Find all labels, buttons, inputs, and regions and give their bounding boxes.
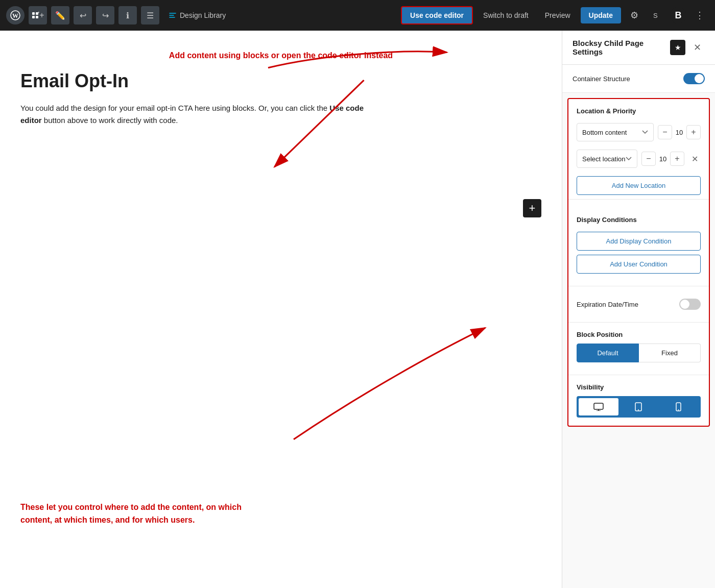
list-view-button[interactable]: ☰ [141, 6, 159, 24]
annotation-top: Add content using blocks or open the cod… [20, 51, 541, 60]
visibility-label: Visibility [577, 383, 701, 391]
visibility-section: Visibility [568, 379, 709, 426]
svg-rect-11 [594, 403, 603, 409]
toolbar: W + + ✏️ ↩ ↪ ℹ ☰ Design Library Use code… [0, 0, 715, 31]
blocksy-icon-button[interactable]: B [670, 7, 686, 23]
bottom-content-row: Bottom content − 10 + [568, 119, 709, 145]
red-bordered-section: Location & Priority Bottom content − 10 … [567, 98, 710, 427]
container-structure-toggle[interactable] [683, 73, 705, 84]
sidebar-bottom-spacer [562, 432, 715, 452]
svg-rect-5 [36, 16, 38, 18]
priority-value-2: 10 [658, 155, 668, 163]
default-position-button[interactable]: Default [577, 344, 639, 362]
priority-minus-1[interactable]: − [658, 125, 672, 139]
visibility-tablet-button[interactable] [618, 398, 658, 415]
select-location-dropdown[interactable]: Select location [577, 150, 637, 168]
undo-button[interactable]: ↩ [74, 6, 92, 24]
main-area: Add content using blocks or open the cod… [0, 31, 715, 588]
svg-point-15 [638, 409, 639, 410]
redo-button[interactable]: ↪ [96, 6, 114, 24]
svg-rect-4 [32, 16, 35, 18]
container-structure-row: Container Structure [562, 65, 715, 93]
svg-text:W: W [12, 12, 18, 19]
container-structure-label: Container Structure [573, 75, 630, 83]
visibility-desktop-button[interactable] [579, 398, 618, 415]
expiration-toggle[interactable] [679, 299, 701, 310]
edit-icon-button[interactable]: ✏️ [51, 6, 69, 24]
switch-to-draft-button[interactable]: Switch to draft [477, 7, 535, 23]
display-conditions-header: Display Conditions [568, 208, 709, 228]
remove-location-button[interactable]: ✕ [688, 153, 701, 165]
display-conditions-section: Display Conditions Add Display Condition… [568, 204, 709, 282]
section-divider-1 [568, 199, 709, 200]
sidebar-header-icons: ★ ✕ [670, 40, 705, 55]
settings-gear-button[interactable]: ⚙ [625, 6, 644, 24]
section-divider-3 [568, 322, 709, 323]
page-body-suffix: button above to work directly with code. [44, 116, 178, 125]
fixed-position-button[interactable]: Fixed [639, 344, 701, 362]
design-library-button[interactable]: Design Library [163, 8, 231, 22]
sidebar-star-button[interactable]: ★ [670, 40, 685, 55]
priority-plus-1[interactable]: + [686, 125, 701, 139]
expiration-label: Expiration Date/Time [577, 301, 638, 308]
add-display-condition-button[interactable]: Add Display Condition [577, 232, 701, 251]
add-block-toolbar-button[interactable]: + + [29, 6, 47, 24]
section-divider-4 [568, 375, 709, 375]
svg-text:+: + [38, 11, 40, 15]
page-body-text: You could add the design for your email … [20, 104, 327, 112]
update-button[interactable]: Update [581, 7, 621, 23]
page-title: Email Opt-In [20, 70, 541, 92]
design-library-label: Design Library [180, 11, 226, 19]
visibility-mobile-button[interactable] [659, 398, 699, 415]
annotation-bottom: These let you control where to add the c… [20, 501, 255, 527]
svg-text:S: S [653, 12, 658, 19]
blocksy-s-button[interactable]: S [648, 6, 666, 24]
section-divider-2 [568, 286, 709, 286]
add-user-condition-button[interactable]: Add User Condition [577, 255, 701, 274]
sidebar-title: Blocksy Child Page Settings [573, 39, 670, 56]
more-options-button[interactable]: ⋮ [690, 6, 709, 24]
content-area: Add content using blocks or open the cod… [0, 31, 562, 588]
info-button[interactable]: ℹ [118, 6, 137, 24]
preview-button[interactable]: Preview [539, 7, 577, 23]
priority-controls-2: − 10 + [641, 152, 684, 166]
bottom-content-select[interactable]: Bottom content [577, 123, 654, 141]
sidebar: Blocksy Child Page Settings ★ ✕ Containe… [562, 31, 715, 588]
sidebar-header: Blocksy Child Page Settings ★ ✕ [562, 31, 715, 65]
expiration-row: Expiration Date/Time [568, 290, 709, 318]
block-position-label: Block Position [577, 331, 701, 338]
wp-logo[interactable]: W [6, 6, 25, 24]
priority-controls-1: − 10 + [658, 125, 701, 139]
visibility-buttons [577, 396, 701, 418]
priority-plus-2[interactable]: + [670, 152, 684, 166]
block-position-section: Block Position Default Fixed [568, 327, 709, 371]
sidebar-close-button[interactable]: ✕ [689, 40, 705, 55]
svg-point-17 [678, 409, 679, 410]
page-body: You could add the design for your email … [20, 102, 378, 127]
location-priority-header: Location & Priority [568, 99, 709, 119]
add-new-location-button[interactable]: Add New Location [577, 176, 701, 195]
priority-minus-2[interactable]: − [641, 152, 656, 166]
use-code-editor-button[interactable]: Use code editor [401, 6, 473, 24]
add-block-button[interactable]: + [523, 199, 541, 217]
svg-rect-2 [32, 12, 35, 15]
select-location-row: Select location − 10 + ✕ [568, 145, 709, 172]
position-buttons: Default Fixed [577, 344, 701, 362]
location-priority-section: Location & Priority Bottom content − 10 … [568, 99, 709, 426]
priority-value-1: 10 [674, 129, 684, 136]
